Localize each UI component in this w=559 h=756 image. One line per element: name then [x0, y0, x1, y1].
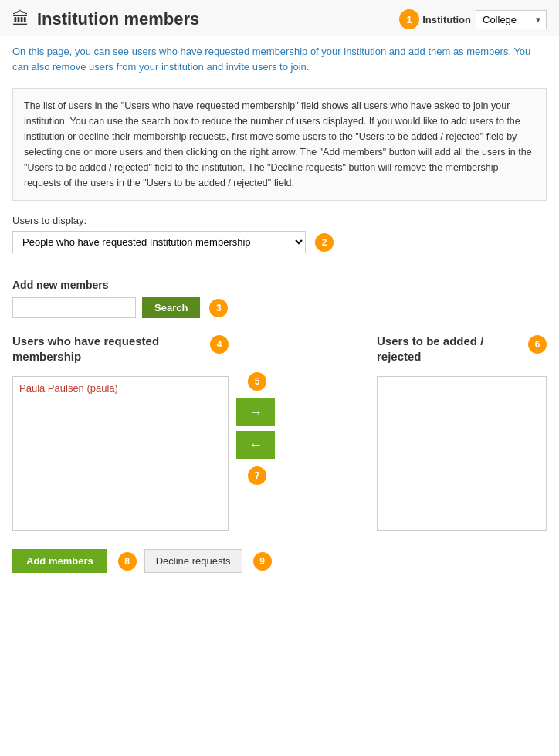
move-right-button[interactable]: → — [236, 398, 275, 426]
institution-icon: 🏛 — [12, 9, 29, 29]
users-display-section: Users to display: People who have reques… — [0, 207, 559, 258]
right-listbox[interactable] — [377, 376, 547, 531]
left-listbox[interactable]: Paula Paulsen (paula) — [12, 376, 229, 531]
search-button[interactable]: Search — [142, 297, 200, 318]
institution-step-group: 1 Institution College University School — [399, 9, 547, 29]
search-row: Search 3 — [12, 297, 547, 318]
step8-badge: 8 — [118, 552, 137, 571]
users-display-select[interactable]: People who have requested Institution me… — [12, 231, 306, 253]
users-display-label: Users to display: — [12, 215, 547, 226]
institution-label: Institution — [422, 14, 471, 25]
step9-badge: 9 — [253, 552, 272, 571]
left-list-heading: Users who have requested membership — [12, 334, 202, 364]
add-new-members-section: Add new members Search 3 — [0, 274, 559, 326]
step7-badge: 7 — [248, 466, 266, 485]
add-new-label: Add new members — [12, 279, 547, 291]
middle-controls: 5 → ← 7 — [229, 372, 283, 485]
lists-section: Users who have requested membership 4 Pa… — [0, 326, 559, 538]
left-list-container: Users who have requested membership 4 Pa… — [12, 334, 229, 531]
step3-badge: 3 — [209, 299, 228, 317]
move-left-button[interactable]: ← — [236, 431, 275, 459]
actions-section: Add members 8 Decline requests 9 — [0, 538, 559, 585]
right-list-container: Users to be added / rejected 6 — [377, 334, 547, 531]
step2-badge: 2 — [315, 233, 334, 252]
page-header: 🏛 Institution members 1 Institution Coll… — [0, 0, 559, 36]
decline-requests-button[interactable]: Decline requests — [144, 549, 242, 573]
institution-select-wrapper[interactable]: College University School — [476, 10, 547, 29]
page-title: Institution members — [37, 9, 399, 29]
institution-select[interactable]: College University School — [476, 10, 547, 29]
step4-badge: 4 — [210, 335, 229, 354]
step1-badge: 1 — [399, 9, 419, 29]
intro-text: On this page, you can see users who have… — [0, 36, 559, 82]
list-item[interactable]: Paula Paulsen (paula) — [16, 380, 225, 396]
right-list-heading: Users to be added / rejected — [377, 334, 520, 364]
section-divider — [12, 266, 547, 266]
step6-badge: 6 — [528, 335, 547, 354]
users-display-row: People who have requested Institution me… — [12, 231, 547, 253]
info-box: The list of users in the "Users who have… — [12, 88, 547, 201]
step5-badge: 5 — [248, 372, 266, 391]
search-input[interactable] — [12, 297, 136, 318]
add-members-button[interactable]: Add members — [12, 549, 107, 573]
